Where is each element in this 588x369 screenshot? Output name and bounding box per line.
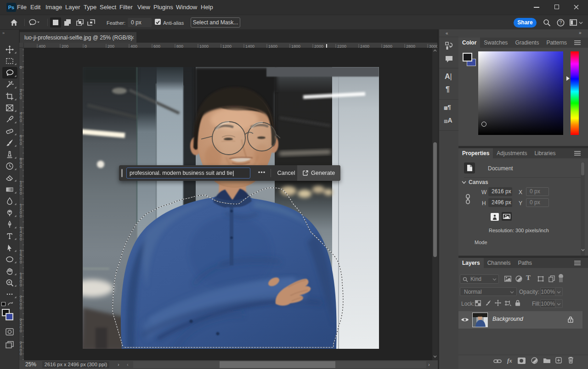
svg-text:0: 0 — [20, 164, 22, 169]
svg-text:0: 0 — [20, 118, 22, 123]
svg-text:0: 0 — [20, 306, 22, 310]
svg-text:?: ? — [560, 20, 562, 25]
svg-text:0: 0 — [20, 141, 22, 146]
svg-text:0: 0 — [20, 65, 22, 70]
svg-text:0: 0 — [20, 260, 22, 264]
svg-text:0: 0 — [20, 352, 22, 356]
svg-text:0: 0 — [20, 95, 22, 100]
svg-text:0: 0 — [20, 329, 22, 333]
svg-text:0: 0 — [20, 191, 22, 196]
svg-text:0: 0 — [20, 283, 22, 287]
svg-text:0: 0 — [20, 237, 22, 241]
svg-text:0: 0 — [20, 214, 22, 218]
